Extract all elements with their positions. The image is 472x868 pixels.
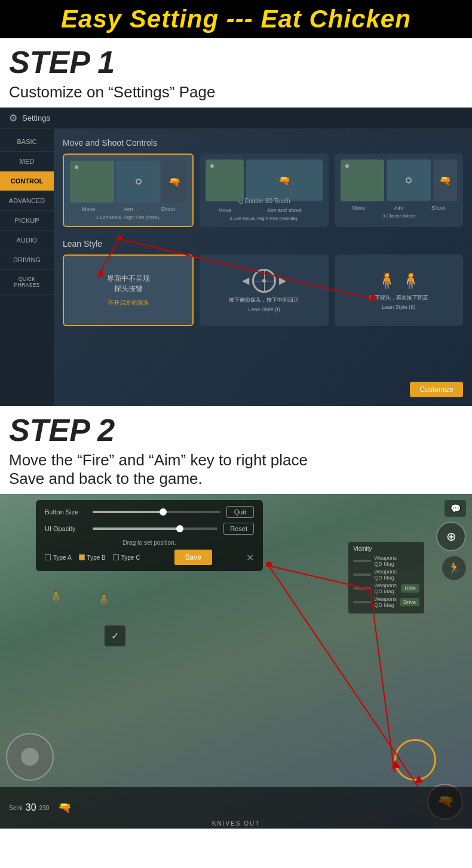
right-ui: 💬 ⊕ 🏃: [436, 500, 466, 580]
lean3-label: Lean Style (II): [382, 304, 415, 310]
screenshot2: Button Size Quit UI Opacity Reset Drag t…: [0, 494, 472, 829]
type-b-label: Type B: [87, 554, 106, 561]
type-c-checkbox[interactable]: [113, 554, 119, 560]
sidebar-item-basic[interactable]: BASIC: [0, 132, 54, 152]
type-a-label: Type A: [53, 554, 72, 561]
section1-title: Move and Shoot Controls: [63, 138, 463, 148]
type-b-option[interactable]: Type B: [79, 554, 106, 561]
sidebar-item-advanced[interactable]: ADVANCED: [0, 191, 54, 211]
lean-person-right-icon: 🧍: [400, 271, 421, 290]
sprint-button[interactable]: 🏃: [442, 556, 466, 580]
type-a-option[interactable]: Type A: [45, 554, 72, 561]
lean-arrow-left-icon: ◀: [242, 275, 249, 286]
card2-label-aim: Aim and shoot: [246, 207, 323, 213]
aim-zone-2: 🔫: [246, 160, 323, 201]
section2-title: Lean Style: [63, 239, 463, 249]
weapon-ammo: 30: [26, 802, 36, 813]
npc-icon-2: 🧍: [96, 593, 112, 608]
button-size-label: Button Size: [45, 508, 87, 516]
card1-desc: 1 Left Move, Right Fire (fixed).: [70, 214, 186, 220]
button-size-slider[interactable]: [93, 511, 220, 513]
gun-icon-3: 🔫: [439, 175, 451, 186]
vicinity-label-3: WeaponsQD Mag: [374, 582, 398, 594]
ride-button[interactable]: Ride: [401, 584, 419, 593]
sidebar-item-pickup[interactable]: PICKUP: [0, 211, 54, 231]
lean-card-3[interactable]: 🧍 🧍 按下探头，再次按下回正 Lean Style (II): [335, 254, 463, 326]
weapon-total: 230: [39, 805, 50, 811]
drive-button[interactable]: Drive: [400, 598, 419, 606]
sidebar-item-med[interactable]: MED: [0, 152, 54, 171]
sprint-icon: 🏃: [448, 562, 461, 575]
control-card-1[interactable]: 🔫 Move Aim Shoot 1 Left Move, Right Fire…: [63, 154, 194, 227]
step1-section: STEP 1 Customize on “Settings” Page: [0, 38, 472, 108]
card3-label-shoot: Shoot: [420, 205, 457, 211]
control-options: 🔫 Move Aim Shoot 1 Left Move, Right Fire…: [63, 154, 463, 227]
chat-icon: 💬: [450, 504, 461, 513]
ui-opacity-row: UI Opacity Reset: [45, 523, 254, 535]
assault-rifle-icon: 🔫: [58, 801, 71, 814]
knives-out-label: KNIVES OUT: [212, 820, 260, 829]
step2-section: STEP 2 Move the “Fire” and “Aim” key to …: [0, 406, 472, 494]
drag-hint: Drag to set position.: [45, 539, 254, 546]
close-x-icon[interactable]: ✕: [246, 552, 254, 563]
weapon-type-icon: Semi: [9, 805, 23, 811]
gun-icon-2: 🔫: [278, 175, 290, 186]
lean-orange-text: 不开启左右探头: [108, 299, 149, 307]
aim-zone-3: [387, 160, 431, 201]
sidebar-item-audio[interactable]: AUDIO: [0, 231, 54, 250]
gear-icon: ⚙: [9, 112, 17, 124]
quit-button[interactable]: Quit: [226, 506, 254, 518]
main-content: Move and Shoot Controls 🔫: [54, 129, 472, 406]
sidebar-item-driving[interactable]: DRIVING: [0, 250, 54, 270]
vicinity-label-1: WeaponsQD Mag: [374, 555, 419, 567]
ui-opacity-slider[interactable]: [93, 527, 217, 530]
gun-icon-1: 🔫: [168, 176, 180, 188]
ui-customization-panel: Button Size Quit UI Opacity Reset Drag t…: [36, 500, 263, 571]
vicinity-title: Vicinity: [353, 545, 419, 552]
vicinity-row-4: WeaponsQD Mag Drive: [353, 596, 419, 608]
checkmark-icon: ✓: [111, 630, 119, 642]
lean-card-2[interactable]: ◀ ▶ 按下侧边探头，按下中间回正 Lean Style (I): [200, 254, 328, 326]
sidebar-item-control[interactable]: CONTROL: [0, 171, 54, 191]
card3-label-aim: Aim: [380, 205, 417, 211]
weapon-slot-1: Semi 30 230: [9, 802, 49, 813]
fire-circle-button[interactable]: [394, 739, 436, 781]
npc-icon-1: 🧍: [48, 590, 64, 605]
lean-card-1[interactable]: 界面中不呈现探头按键 不开启左右探头: [63, 254, 194, 326]
sidebar-item-quick[interactable]: QUICK PHRASES: [0, 270, 54, 295]
reset-button[interactable]: Reset: [223, 523, 254, 535]
type-b-checkbox[interactable]: [79, 554, 85, 560]
joystick[interactable]: [6, 733, 54, 781]
type-c-label: Type C: [121, 554, 140, 561]
card3-label-move: Move: [341, 205, 378, 211]
lean-icons-2: ◀ ▶: [242, 269, 286, 293]
customize-button[interactable]: Customize: [410, 382, 463, 397]
control-card-2[interactable]: 🔫 Enable 3D Touch Move Aim and shoot 2 L…: [200, 154, 328, 227]
crosshair-button[interactable]: ⊕: [436, 522, 466, 551]
chat-icon-button[interactable]: 💬: [445, 500, 466, 517]
save-button[interactable]: Save: [174, 550, 212, 565]
card1-label-move: Move: [70, 206, 107, 212]
header-title: Easy Setting --- Eat Chicken: [7, 5, 465, 33]
ui-opacity-label: UI Opacity: [45, 525, 87, 532]
type-c-option[interactable]: Type C: [113, 554, 140, 561]
target-crosshair-icon: [252, 269, 276, 293]
type-a-checkbox[interactable]: [45, 554, 51, 560]
settings-title: Settings: [22, 114, 50, 122]
vicinity-panel: Vicinity WeaponsQD Mag WeaponsQD Mag Wea…: [348, 542, 424, 614]
type-row: Type A Type B Type C: [45, 554, 140, 561]
vicinity-label-4: WeaponsQD Mag: [374, 596, 397, 608]
crosshair-icon: ⊕: [446, 529, 456, 544]
lean3-cn-desc: 按下探头，再次按下回正: [369, 294, 428, 302]
lean-cn-text1: 界面中不呈现探头按键: [107, 274, 150, 294]
lean-options: 界面中不呈现探头按键 不开启左右探头 ◀ ▶ 按下侧边探头，按下中间回: [63, 254, 463, 326]
confirm-button[interactable]: ✓: [105, 625, 125, 646]
card1-label-shoot: Shoot: [149, 206, 186, 212]
step1-desc: Customize on “Settings” Page: [0, 83, 472, 108]
control-card-3[interactable]: 🔫 Move Aim Shoot 3 Classic Mode: [335, 154, 463, 227]
lean2-cn-desc: 按下侧边探头，按下中间回正: [229, 296, 299, 304]
lean-person-left-icon: 🧍: [376, 271, 397, 290]
lean-arrow-right-icon: ▶: [279, 275, 286, 286]
joystick-inner: [21, 748, 39, 766]
vicinity-row-1: WeaponsQD Mag: [353, 555, 419, 567]
